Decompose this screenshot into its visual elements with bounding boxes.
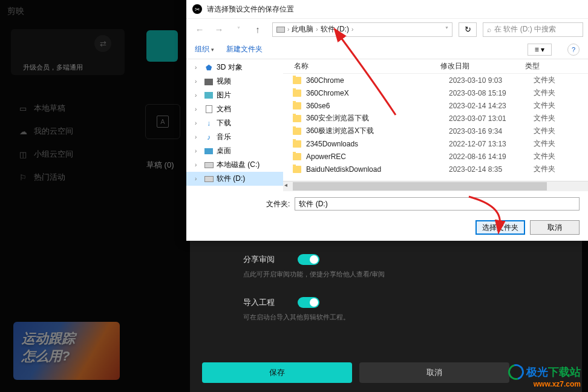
file-dialog: ✂ 请选择预设文件的保存位置 ← → ˅ ↑ › 此电脑 › 软件 (D:) ›…	[186, 0, 588, 241]
import-project-desc: 可在启动台导入其他剪辑软件工程。	[243, 313, 529, 322]
share-review-desc: 点此可开启审阅功能，便捷分享给他人查看/审阅	[243, 270, 529, 279]
breadcrumb-dropdown-icon[interactable]: ˅	[445, 26, 448, 33]
cancel-button[interactable]: 取消	[359, 362, 509, 383]
new-folder-button[interactable]: 新建文件夹	[226, 44, 263, 54]
folder-icon	[293, 77, 301, 84]
tree-item[interactable]: ›↓下载	[186, 116, 283, 130]
drive-icon	[276, 27, 285, 33]
file-row[interactable]: ApowerREC2022-08-16 14:19文件夹	[283, 150, 588, 163]
tree-item[interactable]: ›视频	[186, 74, 283, 88]
folder-name-input[interactable]	[295, 197, 580, 211]
organize-menu[interactable]: 组织	[195, 44, 214, 54]
save-button[interactable]: 保存	[202, 362, 352, 383]
file-row[interactable]: BaiduNetdiskDownload2023-02-14 8:35文件夹	[283, 163, 588, 175]
header-date[interactable]: 修改日期	[440, 61, 525, 71]
watermark: 极光下载站 www.xz7.com	[508, 364, 581, 388]
select-folder-button[interactable]: 选择文件夹	[475, 220, 525, 235]
file-list: 360Chrome2023-03-10 9:03文件夹360ChromeX202…	[283, 74, 588, 181]
dialog-titlebar: ✂ 请选择预设文件的保存位置	[186, 0, 588, 18]
header-type[interactable]: 类型	[525, 61, 588, 71]
recent-dropdown[interactable]: ˅	[230, 21, 247, 38]
up-button[interactable]: ↑	[249, 21, 266, 38]
file-row[interactable]: 360se62023-02-14 14:23文件夹	[283, 99, 588, 112]
tree-item[interactable]: ›本地磁盘 (C:)	[186, 158, 283, 172]
file-row[interactable]: 360Chrome2023-03-10 9:03文件夹	[283, 74, 588, 87]
import-project-toggle[interactable]	[298, 297, 319, 308]
share-review-label: 分享审阅	[243, 254, 279, 265]
tree-item[interactable]: ›文档	[186, 102, 283, 116]
folder-icon	[293, 115, 301, 122]
import-project-label: 导入工程	[243, 297, 279, 308]
folder-icon	[293, 153, 301, 160]
header-name[interactable]: 名称	[283, 61, 440, 71]
forward-button[interactable]: →	[211, 21, 227, 38]
view-mode-button[interactable]: ≡ ▾	[528, 44, 552, 56]
dialog-cancel-button[interactable]: 取消	[530, 220, 580, 235]
breadcrumb-pc[interactable]: 此电脑	[292, 24, 313, 34]
file-row[interactable]: 360安全浏览器下载2023-03-07 13:01文件夹	[283, 112, 588, 125]
help-button[interactable]: ?	[567, 44, 580, 56]
tree-item[interactable]: ›软件 (D:)	[186, 172, 283, 186]
tree-item[interactable]: ›图片	[186, 88, 283, 102]
tree-item[interactable]: ›♪音乐	[186, 130, 283, 144]
app-icon: ✂	[192, 4, 202, 14]
file-list-header: 名称 修改日期 类型	[283, 59, 588, 74]
breadcrumb-drive[interactable]: 软件 (D:)	[321, 24, 349, 34]
share-review-toggle[interactable]	[298, 254, 319, 265]
file-row[interactable]: 360极速浏览器X下载2023-03-16 9:34文件夹	[283, 125, 588, 137]
dialog-title: 请选择预设文件的保存位置	[207, 4, 294, 15]
folder-icon	[293, 90, 301, 97]
folder-tree: ›⬟3D 对象›视频›图片›文档›↓下载›♪音乐›桌面›本地磁盘 (C:)›软件…	[186, 59, 283, 191]
folder-input-label: 文件夹:	[266, 199, 290, 209]
refresh-button[interactable]: ↻	[459, 22, 477, 37]
horizontal-scrollbar[interactable]	[283, 181, 588, 191]
file-row[interactable]: 2345Downloads2022-12-07 13:13文件夹	[283, 137, 588, 150]
folder-icon	[293, 166, 301, 173]
tree-item[interactable]: ›桌面	[186, 144, 283, 158]
breadcrumb[interactable]: › 此电脑 › 软件 (D:) › ˅	[272, 22, 452, 37]
folder-icon	[293, 102, 301, 109]
tree-item[interactable]: ›⬟3D 对象	[186, 60, 283, 74]
file-row[interactable]: 360ChromeX2023-03-08 15:19文件夹	[283, 87, 588, 99]
back-button[interactable]: ←	[191, 21, 208, 38]
search-icon: ⌕	[487, 25, 491, 34]
folder-icon	[293, 140, 301, 148]
search-input[interactable]: ⌕ 在 软件 (D:) 中搜索	[483, 22, 583, 37]
folder-icon	[293, 128, 301, 135]
